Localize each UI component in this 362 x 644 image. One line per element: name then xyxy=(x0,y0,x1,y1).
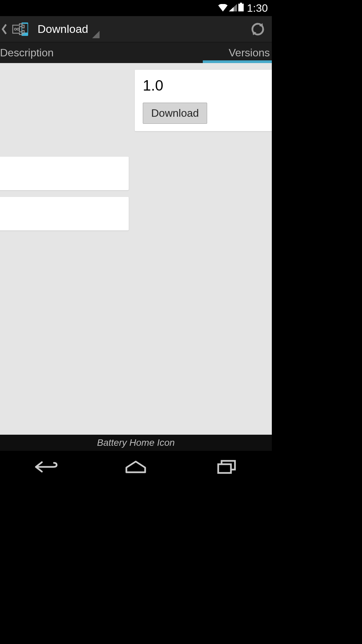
svg-rect-1 xyxy=(240,3,242,4)
info-card-2[interactable]: e/541 xyxy=(0,197,129,230)
nav-back-icon xyxy=(33,460,58,474)
back-button[interactable] xyxy=(0,24,9,35)
wifi-icon xyxy=(218,2,228,14)
title-spinner[interactable]: Download xyxy=(32,16,106,42)
module-description: home button to your battery life xyxy=(0,96,129,122)
nav-recent-icon xyxy=(217,460,236,474)
svg-point-4 xyxy=(14,28,16,30)
page-title: Download xyxy=(38,22,88,36)
swipe-pager[interactable]: n home button to your battery life m/50m… xyxy=(0,63,272,435)
description-pane: n home button to your battery life m/50m… xyxy=(0,63,135,435)
spinner-indicator-icon xyxy=(92,28,100,41)
versions-pane: 1.0 Download xyxy=(135,63,272,435)
svg-rect-6 xyxy=(218,464,231,473)
status-bar: 1:30 xyxy=(0,0,272,16)
nav-home-button[interactable] xyxy=(116,455,156,479)
footer-module-name: Battery Home Icon xyxy=(97,437,175,448)
tab-bar: Description Versions xyxy=(0,42,272,63)
svg-rect-0 xyxy=(238,4,244,11)
refresh-icon xyxy=(250,22,265,37)
tab-description-label: Description xyxy=(0,47,54,59)
tab-versions[interactable]: Versions xyxy=(135,42,272,63)
app-icon[interactable] xyxy=(9,21,32,37)
module-title-fragment: n xyxy=(0,70,129,84)
download-button[interactable]: Download xyxy=(143,103,207,124)
nav-home-icon xyxy=(125,460,146,474)
nav-back-button[interactable] xyxy=(25,455,65,479)
info-card-1[interactable] xyxy=(0,157,129,190)
tab-description[interactable]: Description xyxy=(0,42,135,63)
footer-bar: Battery Home Icon xyxy=(0,435,272,451)
version-number: 1.0 xyxy=(143,77,272,94)
content-area: n home button to your battery life m/50m… xyxy=(0,63,272,435)
refresh-button[interactable] xyxy=(244,16,272,42)
svg-point-5 xyxy=(17,28,19,30)
tab-indicator xyxy=(203,60,272,63)
nav-recent-button[interactable] xyxy=(206,455,247,479)
version-card: 1.0 Download xyxy=(135,70,272,131)
action-bar: Download xyxy=(0,16,272,42)
battery-icon xyxy=(238,2,244,14)
navigation-bar xyxy=(0,451,272,483)
cell-signal-icon xyxy=(229,2,237,14)
status-time: 1:30 xyxy=(247,2,268,14)
tab-versions-label: Versions xyxy=(229,47,270,59)
